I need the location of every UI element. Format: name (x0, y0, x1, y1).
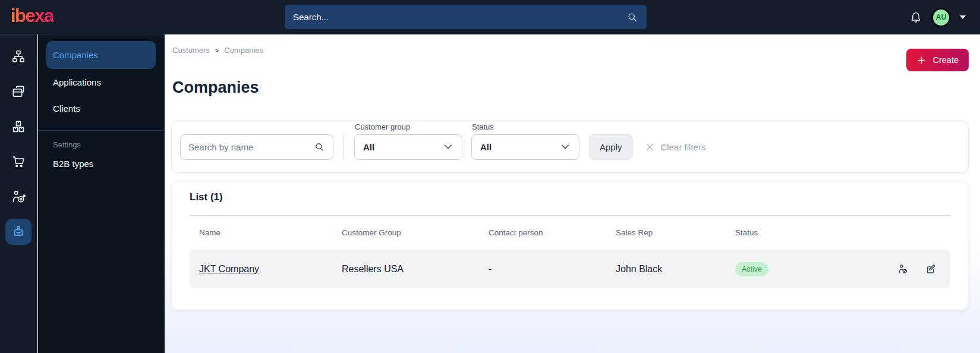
name-search-field[interactable] (180, 134, 333, 160)
plus-icon (916, 55, 927, 65)
status-filter: Status All (471, 134, 579, 160)
chevron-down-icon (443, 141, 453, 152)
notifications-bell-icon[interactable] (909, 11, 922, 24)
sidebar-item-applications[interactable]: Applications (38, 69, 165, 95)
col-header-name: Name (199, 228, 342, 237)
col-header-contact-person: Contact person (489, 228, 616, 237)
cell-contact-person: - (489, 264, 616, 275)
icon-rail (0, 34, 37, 353)
sidebar-item-companies[interactable]: Companies (46, 41, 156, 69)
clear-filters-button[interactable]: Clear filters (645, 142, 706, 152)
cell-name: JKT Company (199, 264, 342, 275)
search-icon (626, 11, 638, 23)
name-search-input[interactable] (188, 142, 314, 152)
customer-group-label: Customer group (355, 122, 410, 131)
status-badge: Active (735, 262, 768, 276)
rail-audience-icon[interactable] (5, 184, 31, 210)
sidebar-item-clients[interactable]: Clients (38, 95, 165, 121)
companies-list-card: List (1) Name Customer Group Contact per… (171, 181, 969, 310)
chevron-down-icon (560, 141, 571, 152)
main-content: Customers > Companies Create Companies C… (165, 34, 980, 353)
create-button[interactable]: Create (906, 49, 969, 71)
col-header-customer-group: Customer Group (342, 228, 489, 237)
deactivate-user-icon[interactable] (897, 263, 909, 275)
breadcrumb-companies[interactable]: Companies (224, 46, 263, 55)
filter-bar: Customer group All Status All (171, 121, 969, 173)
customer-group-select[interactable]: All (354, 134, 462, 160)
customer-group-filter: Customer group All (354, 134, 462, 160)
company-name-link[interactable]: JKT Company (199, 264, 259, 274)
rail-content-tree-icon[interactable] (5, 43, 31, 70)
close-icon (645, 142, 655, 152)
row-actions (897, 263, 941, 275)
breadcrumb: Customers > Companies (172, 46, 263, 55)
status-select[interactable]: All (471, 134, 579, 160)
filter-divider (344, 134, 344, 160)
sidebar-section-settings: Settings (38, 131, 165, 150)
table-row: JKT Company Resellers USA - John Black A… (190, 250, 950, 288)
apply-button[interactable]: Apply (589, 134, 633, 160)
global-search[interactable] (285, 5, 647, 29)
topbar-right-cluster: AU (909, 0, 966, 34)
table-header: Name Customer Group Contact person Sales… (190, 216, 950, 250)
cell-customer-group: Resellers USA (342, 264, 489, 275)
cell-sales-rep: John Black (616, 264, 735, 275)
cell-status: Active (735, 262, 897, 276)
global-search-input[interactable] (293, 12, 626, 22)
breadcrumb-customers[interactable]: Customers (172, 46, 210, 55)
secondary-sidebar: Companies Applications Clients Settings … (38, 34, 165, 353)
rail-pages-icon[interactable] (5, 78, 31, 105)
user-avatar[interactable]: AU (931, 8, 951, 27)
col-header-sales-rep: Sales Rep (616, 228, 735, 237)
search-icon (314, 141, 325, 153)
ibexa-logo: ibexa (11, 5, 53, 27)
col-header-status: Status (735, 228, 941, 237)
status-label: Status (472, 122, 494, 131)
user-menu-caret-icon[interactable] (960, 15, 966, 19)
page-title: Companies (172, 78, 259, 97)
rail-cart-icon[interactable] (5, 149, 31, 175)
edit-icon[interactable] (925, 263, 937, 275)
top-bar: ibexa AU (0, 0, 980, 34)
rail-company-badge-icon[interactable] (5, 219, 31, 245)
breadcrumb-separator: > (215, 47, 219, 54)
sidebar-item-b2b-types[interactable]: B2B types (38, 150, 165, 176)
list-title: List (1) (190, 181, 950, 203)
rail-products-icon[interactable] (5, 114, 31, 140)
